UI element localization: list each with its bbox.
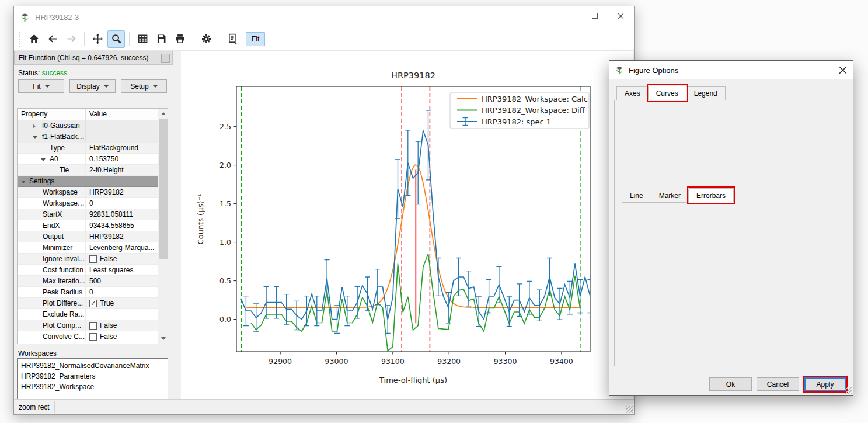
- property-value: HRP39182: [86, 187, 158, 197]
- property-row[interactable]: StartX92831.058111: [18, 209, 158, 220]
- property-row[interactable]: MinimizerLevenberg-Marqua...: [18, 242, 158, 254]
- property-table-scrollbar[interactable]: [158, 109, 168, 344]
- property-row[interactable]: Cost functionLeast squares: [18, 265, 158, 276]
- mantid-app-icon: [20, 12, 30, 22]
- zoom-button[interactable]: [107, 30, 125, 48]
- subtab-line[interactable]: Line: [622, 189, 651, 203]
- workspace-list-item[interactable]: HRP39182_NormalisedCovarianceMatrix: [18, 360, 168, 371]
- property-name: Peak Radius: [18, 288, 82, 296]
- generate-script-button[interactable]: [224, 30, 241, 48]
- expand-arrow-icon[interactable]: [33, 124, 36, 129]
- svg-text:0.0: 0.0: [219, 315, 231, 324]
- print-button[interactable]: [171, 30, 189, 48]
- property-value: False: [86, 331, 158, 342]
- property-value: False: [86, 254, 158, 264]
- apply-button[interactable]: Apply: [804, 377, 846, 391]
- property-row[interactable]: f0-Gaussian: [18, 120, 158, 131]
- pan-icon: [92, 33, 104, 45]
- checkbox-icon[interactable]: ✓: [89, 300, 97, 307]
- fit-menu-button[interactable]: Fit: [18, 79, 64, 93]
- property-value: FlatBackground: [86, 143, 158, 153]
- scroll-down-icon[interactable]: [158, 334, 168, 344]
- toolbar-separator: [129, 32, 130, 46]
- close-button[interactable]: [608, 6, 634, 25]
- forward-button[interactable]: [62, 30, 80, 48]
- x-axis-label: Time-of-flight (μs): [379, 376, 447, 384]
- setup-menu-button[interactable]: Setup: [121, 79, 167, 93]
- collapse-arrow-icon[interactable]: [41, 158, 46, 161]
- property-row[interactable]: A00.153750: [18, 154, 158, 165]
- property-value: Levenberg-Marqua...: [86, 242, 158, 253]
- workspace-list-item[interactable]: HRP39182_Workspace: [18, 382, 168, 392]
- dialog-tabs: Axes Curves Legend: [616, 86, 726, 100]
- dialog-resize-grip[interactable]: [845, 387, 852, 394]
- property-row[interactable]: Workspace ...0: [18, 198, 158, 209]
- svg-text:1.5: 1.5: [219, 199, 231, 208]
- home-button[interactable]: [25, 30, 43, 48]
- scroll-up-icon[interactable]: [158, 109, 168, 119]
- main-window: HRP39182-3: [13, 6, 635, 415]
- property-row[interactable]: Plot Comp...False: [18, 320, 158, 331]
- settings-button[interactable]: [197, 30, 215, 48]
- save-button[interactable]: [152, 30, 170, 48]
- display-menu-button[interactable]: Display: [69, 79, 116, 93]
- plot-canvas[interactable]: 9290093000931009320093300934000.00.51.01…: [193, 62, 619, 398]
- property-row[interactable]: f1-FlatBackground: [18, 131, 158, 143]
- collapse-arrow-icon[interactable]: [21, 181, 26, 183]
- plot-toolbar: Fit: [14, 27, 634, 51]
- pan-button[interactable]: [89, 30, 106, 48]
- collapse-arrow-icon[interactable]: [33, 136, 37, 139]
- titlebar: HRP39182-3: [14, 6, 634, 27]
- toolbar-handle[interactable]: [19, 32, 20, 47]
- dialog-close-icon[interactable]: [839, 66, 847, 74]
- minimize-button[interactable]: [555, 6, 581, 25]
- checkbox-icon[interactable]: [89, 255, 97, 263]
- property-row[interactable]: Ignore inval...False: [18, 254, 158, 265]
- property-row[interactable]: Settings: [18, 176, 158, 187]
- tab-axes[interactable]: Axes: [616, 86, 649, 100]
- property-row[interactable]: OutputHRP39182: [18, 231, 158, 242]
- back-button[interactable]: [44, 30, 61, 48]
- ok-button[interactable]: Ok: [709, 377, 752, 391]
- property-value: [86, 309, 158, 320]
- legend: HRP39182_Workspace: CalcHRP39182_Workspa…: [450, 92, 589, 129]
- plot-title: HRP39182: [391, 71, 435, 80]
- curves-tab-pane: [614, 100, 849, 366]
- property-row[interactable]: Max Iteratio...500: [18, 276, 158, 287]
- dock-float-button[interactable]: [161, 54, 170, 63]
- property-row[interactable]: WorkspaceHRP39182: [18, 187, 158, 198]
- property-row[interactable]: Peak Radius0: [18, 287, 158, 298]
- tab-curves[interactable]: Curves: [649, 86, 686, 100]
- property-name: Plot Comp...: [18, 321, 81, 330]
- workspace-list-item[interactable]: HRP39182_Parameters: [18, 371, 168, 382]
- subtab-marker[interactable]: Marker: [651, 189, 689, 203]
- maximize-button[interactable]: [581, 6, 608, 25]
- fit-function-panel: Status: success Fit Display Setup Proper…: [14, 65, 181, 399]
- svg-text:93100: 93100: [381, 357, 405, 366]
- property-row[interactable]: Convolve C...False: [18, 331, 158, 342]
- dock-header-label: Fit Function (Chi-sq = 0.647926, success…: [19, 54, 148, 62]
- property-name: Tie: [18, 166, 69, 174]
- tab-legend[interactable]: Legend: [686, 86, 726, 100]
- grid-button[interactable]: [134, 30, 151, 48]
- fit-function-dock-header[interactable]: Fit Function (Chi-sq = 0.647926, success…: [14, 51, 173, 65]
- property-row[interactable]: TypeFlatBackground: [18, 143, 158, 154]
- gear-icon: [200, 33, 212, 45]
- property-row[interactable]: EndX93434.558655: [18, 220, 158, 231]
- property-value: [86, 131, 158, 142]
- scrollbar-thumb[interactable]: [159, 119, 168, 259]
- property-row[interactable]: Tie2-f0.Height: [18, 165, 158, 176]
- checkbox-icon[interactable]: [89, 322, 97, 330]
- toolbar-separator: [193, 32, 193, 46]
- checkbox-icon[interactable]: [89, 333, 97, 341]
- property-name: EndX: [18, 221, 60, 230]
- property-row[interactable]: Plot Differe...✓True: [18, 298, 158, 309]
- legend-entry: HRP39182_Workspace: Diff: [482, 106, 585, 115]
- toolbar-separator: [84, 32, 85, 46]
- property-row[interactable]: Exclude Ra...: [18, 309, 158, 320]
- fit-toggle-button[interactable]: Fit: [246, 32, 265, 46]
- property-name: Type: [18, 144, 65, 152]
- resize-grip[interactable]: [626, 406, 633, 413]
- subtab-errorbars[interactable]: Errorbars: [689, 188, 734, 203]
- cancel-button[interactable]: Cancel: [757, 377, 799, 391]
